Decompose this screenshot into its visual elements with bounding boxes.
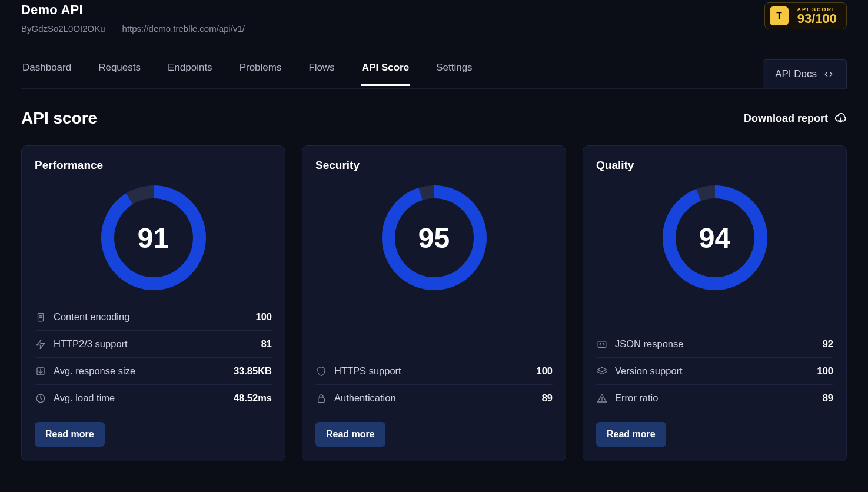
api-docs-label: API Docs [775,68,817,80]
metric-value: 33.85KB [234,365,272,377]
api-docs-button[interactable]: API Docs [763,59,847,88]
tab-endpoints[interactable]: Endpoints [167,62,214,86]
layers-icon [596,366,608,377]
metric-row: Content encoding100 [35,304,272,331]
svg-rect-11 [318,398,325,403]
card-title: Quality [596,159,833,172]
lock-icon [315,393,327,404]
read-more-button[interactable]: Read more [315,422,385,447]
metric-value: 92 [823,338,833,350]
api-title: Demo API [21,2,245,18]
alert-icon [596,393,608,404]
metric-value: 89 [823,393,833,404]
svg-rect-14 [598,341,606,347]
metric-value: 100 [255,311,272,323]
metric-label: Avg. response size [54,365,227,377]
metric-value: 100 [536,365,553,377]
tab-requests[interactable]: Requests [97,62,142,86]
metric-row: HTTP2/3 support81 [35,331,272,358]
metric-label: Content encoding [54,311,248,323]
shield-icon [315,366,327,377]
metric-label: JSON response [615,338,816,350]
card-title: Performance [35,159,272,172]
file-icon [35,312,46,323]
metric-row: Avg. load time48.52ms [35,385,272,411]
api-url[interactable]: https://demo.treblle.com/api/v1/ [114,24,245,34]
card-title: Security [315,159,553,172]
download-icon [35,366,46,377]
score-gauge: 95 [379,182,490,293]
score-value: 91 [98,182,209,293]
metric-value: 48.52ms [234,393,272,404]
metric-row: Error ratio89 [596,385,833,411]
card-quality: Quality 94JSON response92Version support… [583,145,847,461]
card-security: Security 95HTTPS support100Authenticatio… [302,145,566,461]
score-value: 95 [379,182,490,293]
card-performance: Performance 91Content encoding100HTTP2/3… [21,145,285,461]
metric-label: Error ratio [615,393,816,404]
metric-row: JSON response92 [596,331,833,358]
tab-api-score[interactable]: API Score [361,62,410,86]
score-value: 94 [660,182,770,293]
metric-row: Version support100 [596,358,833,385]
score-gauge: 91 [98,182,209,293]
api-score-value: 93/100 [797,12,837,25]
download-report-button[interactable]: Download report [744,112,847,125]
metric-value: 89 [542,393,553,404]
metric-row: HTTPS support100 [315,358,553,385]
code-icon [823,70,834,78]
bolt-icon [35,339,46,350]
download-report-label: Download report [744,112,828,125]
svg-rect-2 [38,313,44,321]
logo-icon [770,6,789,25]
api-id: ByGdzSo2L0OI2OKu [21,24,105,34]
metric-row: Authentication89 [315,385,553,411]
metric-value: 81 [261,338,272,350]
metric-value: 100 [817,365,833,377]
read-more-button[interactable]: Read more [35,422,105,447]
api-score-badge[interactable]: API SCORE 93/100 [764,2,847,29]
metric-label: Avg. load time [54,393,227,404]
section-title: API score [21,109,97,128]
score-gauge: 94 [660,182,770,293]
code-icon [596,339,608,350]
tab-dashboard[interactable]: Dashboard [21,62,72,86]
metric-label: HTTP2/3 support [54,338,254,350]
metric-label: Version support [615,365,810,377]
tab-settings[interactable]: Settings [435,62,473,86]
metric-label: Authentication [334,393,535,404]
clock-icon [35,393,46,404]
svg-marker-15 [598,367,607,372]
read-more-button[interactable]: Read more [596,422,666,447]
tab-problems[interactable]: Problems [238,62,283,86]
metric-label: HTTPS support [334,365,529,377]
svg-marker-5 [36,340,45,348]
cloud-download-icon [834,112,847,125]
tab-flows[interactable]: Flows [307,62,335,86]
metric-row: Avg. response size33.85KB [35,358,272,385]
